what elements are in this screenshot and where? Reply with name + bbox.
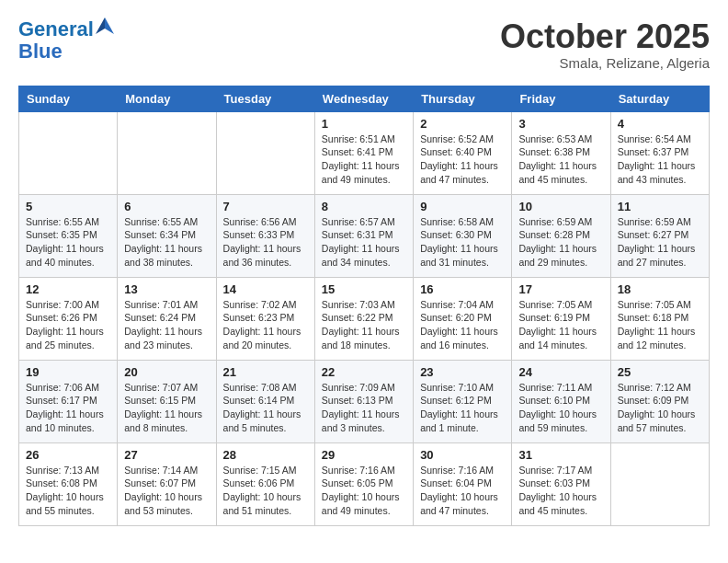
day-number: 24 xyxy=(518,365,603,379)
day-info: Sunrise: 6:55 AM Sunset: 6:35 PM Dayligh… xyxy=(26,215,110,270)
day-info: Sunrise: 7:00 AM Sunset: 6:26 PM Dayligh… xyxy=(26,298,110,352)
day-number: 26 xyxy=(26,448,110,462)
day-number: 3 xyxy=(518,117,603,131)
day-info: Sunrise: 6:51 AM Sunset: 6:41 PM Dayligh… xyxy=(322,132,406,187)
title-block: October 2025 Smala, Relizane, Algeria xyxy=(500,18,710,71)
calendar-cell xyxy=(19,111,118,194)
calendar-cell: 17Sunrise: 7:05 AM Sunset: 6:19 PM Dayli… xyxy=(512,277,610,360)
calendar-cell: 25Sunrise: 7:12 AM Sunset: 6:09 PM Dayli… xyxy=(610,360,709,442)
calendar-cell xyxy=(216,111,314,194)
calendar-cell: 27Sunrise: 7:14 AM Sunset: 6:07 PM Dayli… xyxy=(118,442,216,525)
calendar-cell: 20Sunrise: 7:07 AM Sunset: 6:15 PM Dayli… xyxy=(118,360,216,442)
day-number: 27 xyxy=(124,448,209,462)
calendar-week-row: 19Sunrise: 7:06 AM Sunset: 6:17 PM Dayli… xyxy=(19,360,710,442)
day-info: Sunrise: 6:59 AM Sunset: 6:27 PM Dayligh… xyxy=(618,215,702,270)
calendar-cell: 3Sunrise: 6:53 AM Sunset: 6:38 PM Daylig… xyxy=(512,111,610,194)
calendar-cell: 4Sunrise: 6:54 AM Sunset: 6:37 PM Daylig… xyxy=(610,111,709,194)
weekday-header: Sunday xyxy=(19,86,118,111)
calendar-cell: 30Sunrise: 7:16 AM Sunset: 6:04 PM Dayli… xyxy=(414,442,512,525)
calendar-cell: 12Sunrise: 7:00 AM Sunset: 6:26 PM Dayli… xyxy=(19,277,118,360)
day-info: Sunrise: 6:59 AM Sunset: 6:28 PM Dayligh… xyxy=(518,215,603,270)
day-info: Sunrise: 7:15 AM Sunset: 6:06 PM Dayligh… xyxy=(223,464,308,518)
weekday-header: Monday xyxy=(118,86,216,111)
day-number: 19 xyxy=(26,365,110,379)
calendar-cell: 13Sunrise: 7:01 AM Sunset: 6:24 PM Dayli… xyxy=(118,277,216,360)
calendar-cell: 16Sunrise: 7:04 AM Sunset: 6:20 PM Dayli… xyxy=(414,277,512,360)
day-info: Sunrise: 6:53 AM Sunset: 6:38 PM Dayligh… xyxy=(518,132,603,187)
calendar-header-row: SundayMondayTuesdayWednesdayThursdayFrid… xyxy=(19,86,710,111)
calendar-cell: 23Sunrise: 7:10 AM Sunset: 6:12 PM Dayli… xyxy=(414,360,512,442)
weekday-header: Tuesday xyxy=(216,86,314,111)
day-info: Sunrise: 7:12 AM Sunset: 6:09 PM Dayligh… xyxy=(618,381,702,435)
weekday-header: Friday xyxy=(512,86,610,111)
calendar-cell: 2Sunrise: 6:52 AM Sunset: 6:40 PM Daylig… xyxy=(414,111,512,194)
day-info: Sunrise: 7:13 AM Sunset: 6:08 PM Dayligh… xyxy=(26,464,110,518)
calendar-week-row: 26Sunrise: 7:13 AM Sunset: 6:08 PM Dayli… xyxy=(19,442,710,525)
logo-blue: Blue xyxy=(18,40,114,63)
day-info: Sunrise: 7:08 AM Sunset: 6:14 PM Dayligh… xyxy=(223,381,308,435)
weekday-header: Wednesday xyxy=(314,86,413,111)
calendar-cell: 6Sunrise: 6:55 AM Sunset: 6:34 PM Daylig… xyxy=(118,194,216,277)
calendar-cell xyxy=(610,442,709,525)
day-number: 6 xyxy=(124,200,209,213)
calendar-week-row: 5Sunrise: 6:55 AM Sunset: 6:35 PM Daylig… xyxy=(19,194,710,277)
day-number: 14 xyxy=(223,282,308,296)
calendar-cell: 15Sunrise: 7:03 AM Sunset: 6:22 PM Dayli… xyxy=(314,277,413,360)
calendar-week-row: 1Sunrise: 6:51 AM Sunset: 6:41 PM Daylig… xyxy=(19,111,710,194)
calendar-week-row: 12Sunrise: 7:00 AM Sunset: 6:26 PM Dayli… xyxy=(19,277,710,360)
day-number: 28 xyxy=(223,448,308,462)
calendar-cell: 11Sunrise: 6:59 AM Sunset: 6:27 PM Dayli… xyxy=(610,194,709,277)
day-number: 30 xyxy=(420,448,505,462)
day-number: 7 xyxy=(223,200,308,213)
day-info: Sunrise: 6:54 AM Sunset: 6:37 PM Dayligh… xyxy=(618,132,702,187)
day-info: Sunrise: 7:17 AM Sunset: 6:03 PM Dayligh… xyxy=(518,464,603,518)
day-number: 21 xyxy=(223,365,308,379)
calendar-cell: 1Sunrise: 6:51 AM Sunset: 6:41 PM Daylig… xyxy=(314,111,413,194)
calendar-cell: 8Sunrise: 6:57 AM Sunset: 6:31 PM Daylig… xyxy=(314,194,413,277)
svg-marker-0 xyxy=(105,17,114,34)
day-info: Sunrise: 7:07 AM Sunset: 6:15 PM Dayligh… xyxy=(124,381,209,435)
day-info: Sunrise: 6:56 AM Sunset: 6:33 PM Dayligh… xyxy=(223,215,308,270)
calendar-cell: 14Sunrise: 7:02 AM Sunset: 6:23 PM Dayli… xyxy=(216,277,314,360)
calendar-cell: 24Sunrise: 7:11 AM Sunset: 6:10 PM Dayli… xyxy=(512,360,610,442)
calendar-cell: 18Sunrise: 7:05 AM Sunset: 6:18 PM Dayli… xyxy=(610,277,709,360)
day-number: 2 xyxy=(420,117,505,131)
day-number: 15 xyxy=(322,282,406,296)
day-info: Sunrise: 7:05 AM Sunset: 6:19 PM Dayligh… xyxy=(518,298,603,352)
day-number: 25 xyxy=(618,365,702,379)
calendar-table: SundayMondayTuesdayWednesdayThursdayFrid… xyxy=(18,86,710,526)
day-info: Sunrise: 7:10 AM Sunset: 6:12 PM Dayligh… xyxy=(420,381,505,435)
day-number: 4 xyxy=(618,117,702,131)
calendar-cell: 26Sunrise: 7:13 AM Sunset: 6:08 PM Dayli… xyxy=(19,442,118,525)
day-number: 12 xyxy=(26,282,110,296)
day-number: 5 xyxy=(26,200,110,213)
calendar-cell xyxy=(118,111,216,194)
day-number: 20 xyxy=(124,365,209,379)
day-info: Sunrise: 7:05 AM Sunset: 6:18 PM Dayligh… xyxy=(618,298,702,352)
weekday-header: Thursday xyxy=(414,86,512,111)
day-info: Sunrise: 6:58 AM Sunset: 6:30 PM Dayligh… xyxy=(420,215,505,270)
day-number: 8 xyxy=(322,200,406,213)
month-title: October 2025 xyxy=(500,18,710,55)
day-info: Sunrise: 7:14 AM Sunset: 6:07 PM Dayligh… xyxy=(124,464,209,518)
day-number: 17 xyxy=(518,282,603,296)
day-number: 1 xyxy=(322,117,406,131)
day-number: 23 xyxy=(420,365,505,379)
logo-icon xyxy=(96,16,114,40)
calendar-cell: 9Sunrise: 6:58 AM Sunset: 6:30 PM Daylig… xyxy=(414,194,512,277)
day-number: 13 xyxy=(124,282,209,296)
day-number: 9 xyxy=(420,200,505,213)
day-number: 11 xyxy=(618,200,702,213)
calendar-cell: 28Sunrise: 7:15 AM Sunset: 6:06 PM Dayli… xyxy=(216,442,314,525)
calendar-cell: 10Sunrise: 6:59 AM Sunset: 6:28 PM Dayli… xyxy=(512,194,610,277)
day-info: Sunrise: 7:09 AM Sunset: 6:13 PM Dayligh… xyxy=(322,381,406,435)
day-number: 29 xyxy=(322,448,406,462)
location: Smala, Relizane, Algeria xyxy=(500,55,710,71)
day-info: Sunrise: 6:57 AM Sunset: 6:31 PM Dayligh… xyxy=(322,215,406,270)
calendar-cell: 5Sunrise: 6:55 AM Sunset: 6:35 PM Daylig… xyxy=(19,194,118,277)
calendar-cell: 22Sunrise: 7:09 AM Sunset: 6:13 PM Dayli… xyxy=(314,360,413,442)
calendar-cell: 19Sunrise: 7:06 AM Sunset: 6:17 PM Dayli… xyxy=(19,360,118,442)
day-info: Sunrise: 7:03 AM Sunset: 6:22 PM Dayligh… xyxy=(322,298,406,352)
logo-text: General xyxy=(18,18,94,40)
logo: General Blue xyxy=(18,18,114,63)
